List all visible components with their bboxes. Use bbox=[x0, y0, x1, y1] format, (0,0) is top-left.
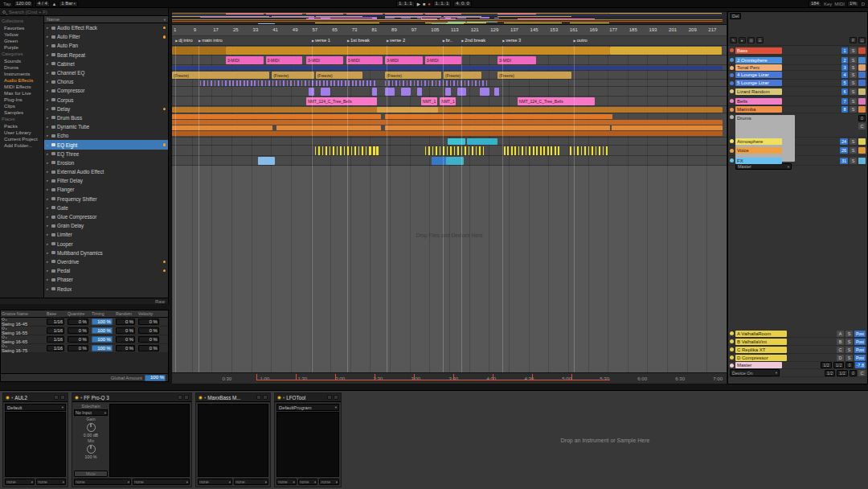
master-value[interactable]: 0 bbox=[845, 362, 853, 368]
output-routing-chooser[interactable]: Master▾ bbox=[735, 163, 792, 170]
groove-preview-icon[interactable] bbox=[2, 318, 5, 321]
device-row-external-audio-effect[interactable]: ▸External Audio Effect bbox=[44, 167, 168, 176]
master-track-row[interactable]: Master 1/2 1/2 0 -7.8 bbox=[728, 362, 867, 369]
arm-button[interactable] bbox=[858, 158, 866, 164]
device-title-bar[interactable]: ▾MaxxBass M... bbox=[196, 393, 270, 402]
expand-arrow-icon[interactable]: ▸ bbox=[47, 232, 50, 236]
groove-timing-value[interactable]: 100 % bbox=[92, 336, 113, 343]
arm-button[interactable] bbox=[858, 98, 866, 105]
clip[interactable] bbox=[385, 80, 489, 86]
track-number[interactable]: 4 bbox=[841, 72, 848, 78]
expand-arrow-icon[interactable]: ▸ bbox=[47, 260, 50, 264]
arm-button[interactable] bbox=[858, 47, 866, 54]
device-on-icon[interactable] bbox=[75, 396, 79, 400]
return-track-c-replika-xt[interactable]: C Replika XTCSPost bbox=[728, 346, 867, 354]
return-track-d-compressor[interactable]: D CompressorDSPost bbox=[728, 354, 867, 362]
track-header-lizard-random[interactable]: Lizard Random6S bbox=[728, 87, 867, 97]
track-number[interactable]: 3 bbox=[841, 64, 848, 71]
groove-row-swing-16-45[interactable]: ▸ Swing 16-451/160 %100 %0 %0 % bbox=[1, 318, 168, 327]
sidebar-item-green[interactable]: Green bbox=[0, 37, 43, 43]
plugin-panel[interactable] bbox=[109, 404, 190, 477]
post-toggle[interactable]: Post bbox=[854, 339, 866, 345]
track-number[interactable]: 5 bbox=[841, 80, 848, 86]
device-row-gate[interactable]: ▸Gate bbox=[44, 203, 168, 212]
master-io-1[interactable]: 1/2 bbox=[821, 362, 832, 368]
clip[interactable]: NMT_1 bbox=[421, 97, 438, 105]
track-name[interactable]: Marimba bbox=[735, 106, 782, 113]
device-row-looper[interactable]: ▸Looper bbox=[44, 240, 168, 249]
preset-chooser[interactable]: DefaultProgram▾ bbox=[276, 404, 339, 411]
sidebar-item-midi-effects[interactable]: MIDI Effects bbox=[0, 83, 43, 89]
clip[interactable]: 3-MIDI bbox=[346, 56, 383, 64]
expand-arrow-icon[interactable]: ▸ bbox=[47, 251, 50, 255]
arm-button[interactable] bbox=[858, 147, 866, 154]
loop-start[interactable]: 1. 1. 1 bbox=[433, 1, 452, 7]
macro-mapping-chooser[interactable]: none▾ bbox=[298, 479, 318, 485]
returns-toggle-icon[interactable]: R bbox=[850, 37, 857, 43]
device-on-icon[interactable] bbox=[199, 396, 203, 400]
tap-tempo-button[interactable]: Tap bbox=[3, 2, 11, 6]
mute-button[interactable]: Mute bbox=[74, 471, 108, 477]
device-on-icon[interactable] bbox=[6, 396, 10, 400]
groove-quantize-value[interactable]: 0 % bbox=[68, 336, 88, 343]
device-row-eq-three[interactable]: ▸EQ Three bbox=[44, 150, 168, 158]
device-row-compressor[interactable]: ▸Compressor bbox=[44, 86, 168, 95]
locator-bar[interactable]: ▶dj intro▶main intro▶verse 1▶1st break▶v… bbox=[172, 36, 727, 46]
groove-base-value[interactable]: 1/16 bbox=[47, 318, 64, 325]
device-row-delay[interactable]: ▸Delay bbox=[44, 105, 168, 113]
device-row-auto-filter[interactable]: ▸Auto Filter bbox=[44, 32, 168, 41]
device-on-io-2[interactable]: 1/2 bbox=[837, 370, 848, 376]
macro-mapping-chooser[interactable]: none▾ bbox=[276, 479, 297, 485]
device-on-value[interactable]: 0 bbox=[850, 370, 857, 376]
track-value[interactable]: 0 bbox=[858, 115, 866, 121]
follow-icon[interactable]: ▸ bbox=[739, 37, 746, 43]
device-row-chorus[interactable]: ▸Chorus bbox=[44, 77, 168, 86]
sidebar-item-yellow[interactable]: Yellow bbox=[0, 31, 43, 37]
track-number[interactable]: 6 bbox=[841, 88, 848, 95]
solo-button[interactable]: S bbox=[845, 331, 853, 337]
loop-length[interactable]: 4. 0. 0 bbox=[453, 1, 472, 7]
post-toggle[interactable]: Post bbox=[854, 355, 866, 361]
arrangement-track-4-lounge-lizar[interactable]: (Freeze)(Freeze)(Freeze)(Freeze)(Freeze)… bbox=[172, 71, 727, 80]
expand-arrow-icon[interactable]: ▸ bbox=[47, 179, 50, 183]
groove-random-value[interactable]: 0 % bbox=[116, 318, 135, 325]
device-unfold-icon[interactable] bbox=[334, 395, 338, 400]
device-row-drum-buss[interactable]: ▸Drum Buss bbox=[44, 113, 168, 122]
expand-arrow-icon[interactable]: ▸ bbox=[47, 125, 50, 129]
groove-col-velocity[interactable]: Velocity bbox=[137, 311, 162, 316]
groove-velocity-value[interactable]: 0 % bbox=[138, 327, 159, 334]
expand-arrow-icon[interactable]: ▸ bbox=[47, 215, 50, 219]
arrangement-track-5-lounge-lizar[interactable] bbox=[172, 80, 727, 87]
device-row-eq-eight[interactable]: ▸EQ Eight bbox=[44, 140, 168, 149]
clip[interactable] bbox=[417, 88, 422, 96]
groove-random-value[interactable]: 0 % bbox=[116, 327, 135, 334]
record-icon[interactable]: ● bbox=[428, 1, 430, 7]
expand-arrow-icon[interactable]: ▸ bbox=[47, 187, 50, 191]
post-toggle[interactable]: Post bbox=[854, 331, 866, 337]
track-number[interactable]: 26 bbox=[840, 147, 848, 154]
track-header-tonal-perc[interactable]: Tonal Perc3S bbox=[728, 65, 867, 71]
device-row-grain-delay[interactable]: ▸Grain Delay bbox=[44, 221, 168, 230]
device-row-echo[interactable]: ▸Echo bbox=[44, 131, 168, 140]
sidebar-item-add-folder[interactable]: Add Folder... bbox=[0, 142, 43, 148]
return-track-b-valhallavint[interactable]: B ValhallaVintBSPost bbox=[728, 338, 867, 346]
clip[interactable]: 3-MIDI bbox=[266, 56, 303, 64]
arm-button[interactable] bbox=[858, 80, 866, 86]
return-letter[interactable]: A bbox=[837, 331, 844, 337]
clip[interactable]: NMT_124_C_Tree_Bells bbox=[306, 97, 377, 105]
groove-col-timing[interactable]: Timing bbox=[91, 311, 115, 316]
macro-mapping-chooser[interactable]: none▾ bbox=[319, 479, 339, 485]
time-ruler[interactable]: 0:301:001:302:002:303:003:304:004:305:00… bbox=[172, 372, 727, 384]
device-on-io-1[interactable]: 1/2 bbox=[825, 370, 836, 376]
clip[interactable] bbox=[258, 157, 275, 165]
clip[interactable] bbox=[467, 138, 497, 145]
groove-col-random[interactable]: Random bbox=[115, 311, 137, 316]
track-header-marimba[interactable]: Marimba8S bbox=[728, 106, 867, 113]
expand-arrow-icon[interactable]: ▸ bbox=[47, 143, 50, 147]
arrangement-track-voice[interactable] bbox=[172, 146, 727, 156]
track-number[interactable]: 24 bbox=[840, 138, 848, 145]
clip[interactable]: (Freeze) bbox=[316, 72, 362, 79]
track-name[interactable]: Lizard Random bbox=[735, 88, 782, 95]
arm-button[interactable] bbox=[858, 72, 866, 78]
expand-arrow-icon[interactable]: ▸ bbox=[47, 152, 50, 156]
